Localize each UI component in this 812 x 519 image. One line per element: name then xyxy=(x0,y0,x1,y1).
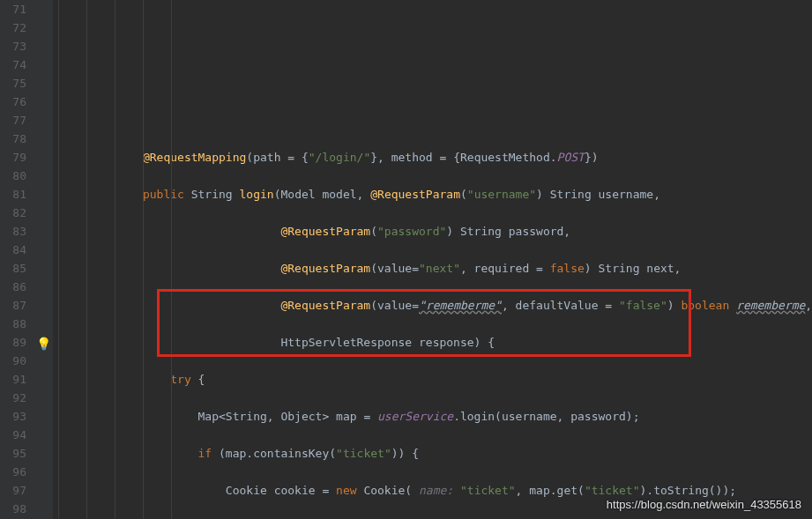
line-number: 76 xyxy=(4,93,26,111)
line-number: 82 xyxy=(4,204,26,222)
line-number: 85 xyxy=(4,259,26,278)
code-line[interactable]: HttpServletResponse response) { xyxy=(60,333,812,352)
marker-column: 💡 xyxy=(34,0,53,519)
line-number: 83 xyxy=(4,222,26,241)
line-number: 98 xyxy=(4,500,26,518)
line-number: 94 xyxy=(4,426,26,444)
line-number: 72 xyxy=(4,19,26,37)
line-number: 86 xyxy=(4,278,26,296)
line-number: 91 xyxy=(4,370,26,389)
watermark-text: https://blog.csdn.net/weixin_43355618 xyxy=(607,495,801,514)
code-line[interactable]: if (map.containsKey("ticket")) { xyxy=(60,444,812,463)
line-number-gutter: 7172737475767778798081828384858687888990… xyxy=(0,0,34,519)
line-number: 92 xyxy=(4,389,26,407)
line-number: 74 xyxy=(4,56,26,74)
line-number: 73 xyxy=(4,37,26,56)
code-line[interactable]: try { xyxy=(60,370,812,389)
line-number: 77 xyxy=(4,111,26,130)
code-area[interactable]: @RequestMapping(path = {"/login/"}, meth… xyxy=(53,0,812,519)
code-line[interactable]: @RequestMapping(path = {"/login/"}, meth… xyxy=(60,148,812,167)
line-number: 78 xyxy=(4,130,26,148)
line-number: 95 xyxy=(4,444,26,463)
line-number: 88 xyxy=(4,315,26,333)
code-line[interactable]: public String login(Model model, @Reques… xyxy=(60,185,812,204)
line-number: 93 xyxy=(4,407,26,426)
code-line[interactable]: @RequestParam("password") String passwor… xyxy=(60,222,812,241)
line-number: 97 xyxy=(4,481,26,500)
line-number: 90 xyxy=(4,352,26,370)
lightbulb-icon[interactable]: 💡 xyxy=(36,335,51,353)
line-number: 71 xyxy=(4,0,26,19)
code-line[interactable]: Map<String, Object> map = userService.lo… xyxy=(60,407,812,426)
line-number: 87 xyxy=(4,296,26,315)
line-number: 79 xyxy=(4,148,26,167)
code-line[interactable]: @RequestParam(value="next", required = f… xyxy=(60,259,812,278)
line-number: 96 xyxy=(4,463,26,481)
line-number: 89 xyxy=(4,333,26,352)
code-editor[interactable]: 7172737475767778798081828384858687888990… xyxy=(0,0,812,519)
line-number: 81 xyxy=(4,185,26,204)
line-number: 84 xyxy=(4,241,26,259)
code-line[interactable]: @RequestParam(value="rememberme", defaul… xyxy=(60,296,812,315)
line-number: 75 xyxy=(4,74,26,93)
line-number: 80 xyxy=(4,167,26,185)
